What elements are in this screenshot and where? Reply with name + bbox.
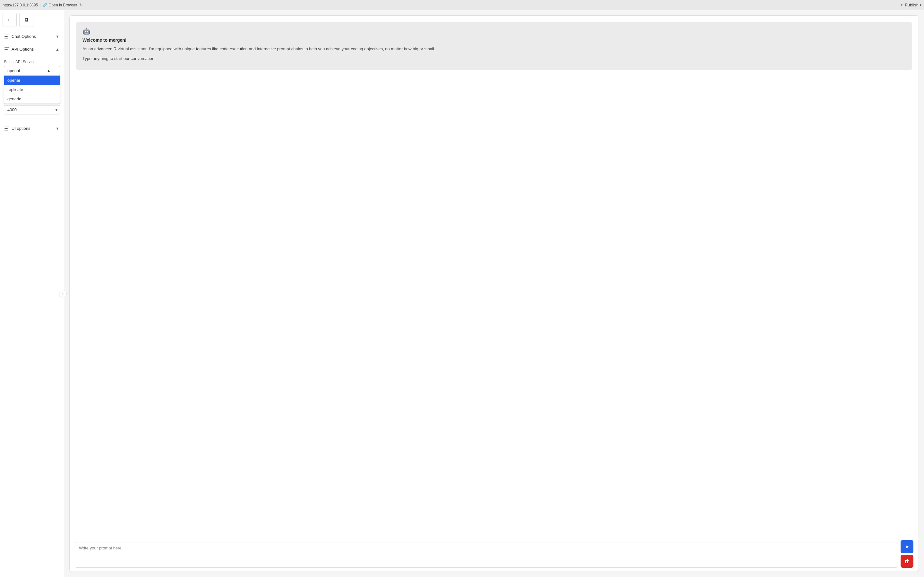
- chat-input-area: ➤ 🗑: [69, 536, 919, 572]
- ui-options-label: UI options: [11, 126, 31, 131]
- chat-options-chevron: ▼: [55, 34, 59, 39]
- back-button[interactable]: ←: [3, 13, 17, 27]
- api-service-dropdown[interactable]: openai ▲ openai replicate generic: [4, 66, 60, 75]
- open-in-browser-link[interactable]: 🔗 Open in Browser: [43, 3, 77, 7]
- welcome-title: Welcome to mergen!: [82, 37, 906, 43]
- api-option-openai[interactable]: openai: [4, 76, 60, 85]
- chat-options-section-header[interactable]: Chat Options ▼: [3, 31, 61, 42]
- ui-options-chevron: ▼: [55, 126, 59, 131]
- browser-bar: http://127.0.0.1:3895 | 🔗 Open in Browse…: [0, 0, 924, 10]
- tokens-select[interactable]: 1000 2000 4000 8000: [4, 105, 60, 114]
- api-option-replicate[interactable]: replicate: [4, 85, 60, 94]
- select-api-label: Select API Service: [4, 60, 60, 64]
- send-icon: ➤: [905, 544, 909, 550]
- chat-action-buttons: ➤ 🗑: [901, 540, 913, 568]
- trash-icon: 🗑: [905, 558, 909, 564]
- api-dropdown-arrow: ▲: [47, 68, 51, 73]
- chat-container: 🤖 Welcome to mergen! As an advanced R vi…: [69, 15, 919, 572]
- api-options-content: Select API Service openai ▲ openai repli…: [3, 56, 61, 121]
- chat-messages: 🤖 Welcome to mergen! As an advanced R vi…: [69, 16, 919, 536]
- main-content: ‹ 🤖 Welcome to mergen! As an advanced R …: [64, 10, 924, 577]
- toggle-sidebar-button[interactable]: ‹: [59, 290, 67, 298]
- chat-options-label: Chat Options: [11, 34, 36, 39]
- api-service-selected[interactable]: openai ▲: [4, 66, 60, 75]
- clear-button[interactable]: 🗑: [901, 555, 913, 568]
- send-button[interactable]: ➤: [901, 540, 913, 553]
- welcome-body-1: As an advanced R virtual assistant, I'm …: [82, 46, 906, 52]
- publish-button[interactable]: ✦ Publish ▾: [900, 3, 921, 7]
- sidebar: ← ⧉ Chat Options ▼ API Options: [0, 10, 64, 577]
- welcome-message: 🤖 Welcome to mergen! As an advanced R vi…: [76, 22, 912, 70]
- refresh-icon[interactable]: ↻: [79, 3, 83, 7]
- bot-icon: 🤖: [82, 27, 906, 35]
- api-options-icon: [5, 47, 9, 51]
- api-options-section-header[interactable]: API Options ▲: [3, 44, 61, 55]
- browser-url: http://127.0.0.1:3895: [3, 3, 38, 7]
- chat-options-icon: [5, 35, 9, 39]
- copy-button[interactable]: ⧉: [19, 13, 33, 27]
- tokens-dropdown-wrapper: 1000 2000 4000 8000 ▾: [4, 105, 60, 114]
- welcome-body-2: Type anything to start our conversation.: [82, 55, 906, 62]
- api-option-generic[interactable]: generic: [4, 94, 60, 103]
- ui-options-icon: [5, 127, 9, 131]
- ui-options-section-header[interactable]: UI options ▼: [3, 123, 61, 134]
- api-options-label: API Options: [11, 47, 34, 52]
- publish-dropdown-arrow: ▾: [920, 3, 921, 7]
- prompt-textarea[interactable]: [75, 542, 898, 568]
- api-service-dropdown-list: openai replicate generic: [4, 75, 60, 104]
- api-options-chevron: ▲: [55, 47, 59, 52]
